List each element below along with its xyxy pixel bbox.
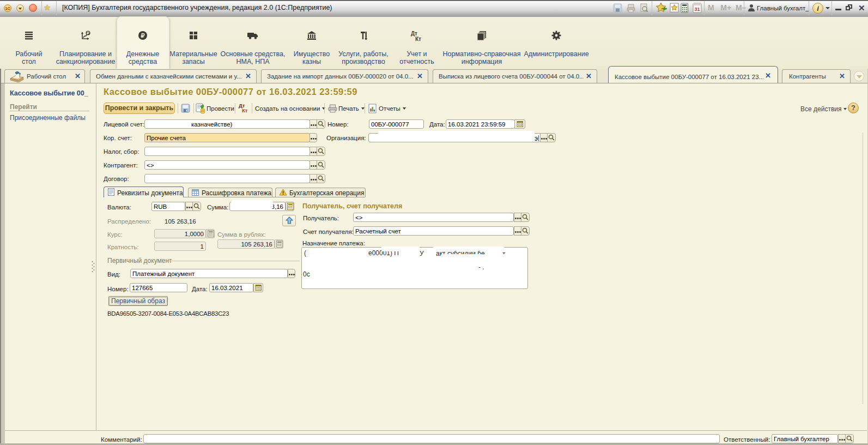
svg-text:₽: ₽ — [87, 31, 89, 35]
svg-text:₽: ₽ — [141, 32, 145, 39]
svg-text:31: 31 — [694, 7, 700, 12]
svg-text:Кт: Кт — [415, 36, 421, 41]
